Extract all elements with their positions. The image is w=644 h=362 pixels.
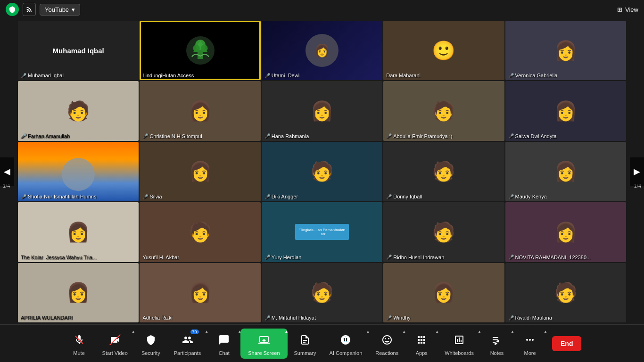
start-video-label: Start Video bbox=[102, 350, 128, 356]
next-page-button[interactable]: ▶ bbox=[630, 157, 644, 186]
participant-video: 🧑 bbox=[140, 202, 260, 262]
mute-button[interactable]: Mute bbox=[63, 329, 96, 359]
whiteboards-button[interactable]: Whiteboards ▲ bbox=[438, 329, 480, 359]
toolbar: Mute Start Video ▲ Security 79 Participa… bbox=[0, 324, 644, 362]
youtube-label: YouTube bbox=[45, 6, 69, 13]
end-button[interactable]: End bbox=[552, 336, 581, 351]
video-cell-lindungihutan: LindungiHutan Access bbox=[140, 21, 260, 80]
participant-video: 👩 bbox=[262, 81, 382, 140]
lindungihutan-logo bbox=[186, 36, 215, 65]
participant-video: 👩 bbox=[505, 81, 626, 140]
video-cell: "Tingkab... an Pemanfaatan ...an" 🎤 Yury… bbox=[262, 202, 382, 262]
summary-label: Summary bbox=[294, 350, 316, 356]
chat-button[interactable]: Chat ▲ bbox=[207, 329, 240, 359]
participant-label: 🎤 Maudy Kenya bbox=[508, 194, 547, 199]
video-cell: 👩 🎤 Silvia bbox=[140, 142, 260, 201]
share-screen-label: Share Screen bbox=[248, 350, 280, 356]
participant-label: 🎤 NOVITA RAHMADANI_122380... bbox=[508, 255, 591, 260]
logo-cell bbox=[140, 21, 260, 80]
apps-button[interactable]: Apps ▲ bbox=[405, 329, 438, 359]
video-cell: 👩 🎤 Veronica Gabriella bbox=[505, 21, 626, 80]
rss-button[interactable] bbox=[23, 3, 36, 16]
participant-video: 👩 bbox=[140, 81, 260, 140]
participant-label: Adhelia Rizki bbox=[142, 315, 173, 321]
view-button[interactable]: ⊞ View bbox=[617, 6, 638, 13]
video-cell: 👩 🎤 Maudy Kenya bbox=[505, 142, 626, 201]
muted-icon: 🎤 bbox=[142, 133, 148, 139]
share-screen-button[interactable]: Share Screen ▲ bbox=[240, 329, 287, 359]
video-cell: 👩 🎤 Utami_Dewi bbox=[262, 21, 382, 80]
muted-icon: 🎤 bbox=[508, 194, 514, 199]
participant-label: 🎤 Silvia bbox=[142, 194, 162, 199]
muted-icon: 🎤 bbox=[21, 73, 26, 78]
participant-video: 👩 bbox=[505, 202, 626, 262]
muted-icon: 🎤 bbox=[264, 255, 270, 260]
video-cell: 🙂 Dara Maharani bbox=[383, 21, 504, 80]
summary-icon bbox=[297, 331, 314, 348]
security-button[interactable]: Security bbox=[134, 329, 167, 359]
participant-count-badge: 79 bbox=[190, 329, 199, 334]
participant-name-text: Muhamad Iqbal bbox=[53, 47, 104, 55]
grid-view-icon: ⊞ bbox=[617, 6, 622, 13]
shield-button[interactable] bbox=[6, 3, 19, 16]
apps-icon bbox=[413, 331, 430, 348]
participant-label: 🎤 Rivaldi Maulana bbox=[508, 315, 552, 321]
muted-icon: 🎤 bbox=[142, 194, 148, 199]
notes-button[interactable]: Notes ▲ bbox=[480, 329, 513, 359]
video-cell: 🧑 🎤 Diki Angger bbox=[262, 142, 382, 201]
video-cell: 👩 🎤 Salwa Dwi Andyta bbox=[505, 81, 626, 140]
participant-video: 👩 bbox=[505, 142, 626, 201]
participants-icon: 79 bbox=[179, 331, 196, 348]
participant-video: 👩 bbox=[383, 263, 504, 322]
svg-point-3 bbox=[193, 45, 199, 51]
avatar: 👩 bbox=[305, 34, 339, 67]
participant-label: 🎤 M. Miftahul Hidayat bbox=[264, 315, 316, 321]
video-cell: Muhamad Iqbal 🎤 Muhamad Iqbal bbox=[18, 21, 139, 80]
summary-button[interactable]: Summary bbox=[288, 329, 323, 359]
participant-video: 🙂 bbox=[383, 21, 504, 80]
video-icon bbox=[107, 331, 124, 348]
video-cell: 👩 🎤 NOVITA RAHMADANI_122380... bbox=[505, 202, 626, 262]
muted-icon: 🎤 bbox=[264, 194, 270, 199]
svg-point-7 bbox=[347, 338, 348, 339]
participants-label: Participants bbox=[174, 350, 201, 356]
participant-label: 🎤 Diki Angger bbox=[264, 194, 298, 199]
view-label: View bbox=[625, 6, 638, 13]
reactions-label: Reactions bbox=[375, 350, 398, 356]
video-cell: 🧑 🎤 Rivaldi Maulana bbox=[505, 263, 626, 322]
participant-label: 🎤 Christine N H Sitompul bbox=[142, 133, 202, 139]
participant-label: LindungiHutan Access bbox=[142, 73, 194, 78]
muted-icon: 🎤 bbox=[264, 73, 270, 78]
muted-icon: 🎤 bbox=[386, 194, 392, 199]
more-button[interactable]: More ▲ bbox=[513, 329, 546, 359]
video-cell: 🧑 Yusufil H. Akbar bbox=[140, 202, 260, 262]
more-label: More bbox=[524, 350, 536, 356]
companion-button[interactable]: AI Companion ▲ bbox=[323, 329, 369, 359]
notes-icon bbox=[488, 331, 505, 348]
participant-label: 🎤 Salwa Dwi Andyta bbox=[508, 133, 557, 139]
participant-video: 🧑 bbox=[383, 142, 504, 201]
participant-label: 🎤 Donny Iqball bbox=[386, 194, 422, 199]
participant-video: 🧑 bbox=[383, 81, 504, 140]
participant-video: 👩 bbox=[505, 21, 626, 80]
start-video-button[interactable]: Start Video ▲ bbox=[96, 329, 134, 359]
companion-icon bbox=[337, 331, 354, 348]
share-screen-icon bbox=[256, 331, 272, 348]
youtube-dropdown[interactable]: YouTube ▾ bbox=[40, 4, 80, 16]
video-cell: 🎤 Shofia Nur Ismahtillah Humris bbox=[18, 142, 139, 201]
mute-label: Mute bbox=[73, 350, 84, 356]
whiteboards-label: Whiteboards bbox=[445, 350, 474, 356]
participants-button[interactable]: 79 Participants ▲ bbox=[167, 329, 207, 359]
participant-video: 👩 bbox=[18, 202, 139, 262]
participant-video: 🧑 bbox=[18, 81, 139, 140]
prev-page-button[interactable]: ◀ bbox=[0, 157, 14, 186]
video-cell: 👩 Adhelia Rizki bbox=[140, 263, 260, 322]
participant-video: 👩 bbox=[140, 263, 260, 322]
muted-icon: 🎤 bbox=[386, 133, 392, 139]
participant-label: 🎤 Shofia Nur Ismahtillah Humris bbox=[21, 194, 97, 199]
participant-label: Dara Maharani bbox=[386, 73, 421, 78]
participant-video: 🧑 bbox=[505, 263, 626, 322]
reactions-button[interactable]: Reactions ▲ bbox=[369, 329, 405, 359]
participant-label: 🎤 Muhamad Iqbal bbox=[21, 73, 64, 78]
video-area: ◀ 1/4 Muhamad Iqbal 🎤 Muhamad Iqbal bbox=[0, 19, 644, 324]
